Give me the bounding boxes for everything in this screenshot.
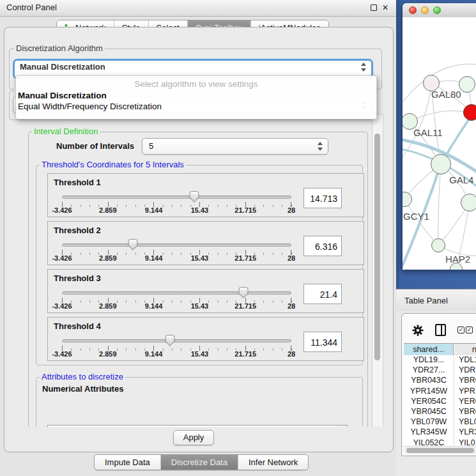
threshold-1-value-field[interactable]: 14.713 [303,188,342,208]
close-traffic-light-icon[interactable] [409,6,417,14]
threshold-4-label: Threshold 4 [54,321,101,331]
tab-impute-data[interactable]: Impute Data [95,455,161,470]
threshold-1-slider-handle[interactable] [190,191,199,203]
threshold-3-value-field[interactable]: 21.4 [303,284,342,304]
cell-shared[interactable]: YBL079W [404,417,454,426]
threshold-3-slider[interactable] [62,289,291,298]
cell-shared[interactable]: YBR045C [404,407,454,416]
cell-name[interactable]: YER0 [454,397,476,406]
network-edges [403,17,476,270]
combo-stepper-icon [317,141,323,151]
tab-infer-label: Infer Network [249,457,298,467]
tick-label: -3.426 [52,206,72,214]
tick-label: 15.43 [191,254,209,262]
column-layout-icon[interactable] [435,324,446,336]
network-window-titlebar[interactable] [403,3,476,18]
table-horizontal-scrollbar[interactable] [404,446,476,454]
table-row[interactable]: YBR043CYBR0 [404,376,476,386]
tick-label: 28 [288,302,295,310]
tick-label: 2.859 [99,206,117,214]
table-row[interactable]: YBR045CYBR0 [404,407,476,417]
node-gal4[interactable] [431,154,451,174]
checkbox-icon[interactable]: ✓ [466,326,473,334]
node-partial-ga[interactable] [459,76,475,93]
node-red-selected[interactable] [463,104,476,121]
threshold-1-slider[interactable] [62,193,291,202]
slider-scale-labels: -3.426 2.859 9.144 15.43 21.715 28 [62,350,291,358]
node-h-partial[interactable] [461,194,476,211]
slider-track[interactable] [62,196,291,199]
threshold-2-slider-handle[interactable] [128,239,138,250]
zoom-traffic-light-icon[interactable] [433,6,441,14]
node-label-gal11: GAL11 [413,127,443,138]
column-divider [454,355,454,446]
tab-infer-network[interactable]: Infer Network [238,455,308,470]
cell-name[interactable]: YPR1 [454,387,476,395]
threshold-4-slider-handle[interactable] [165,335,174,346]
threshold-3-slider-handle[interactable] [238,287,248,298]
slider-track[interactable] [62,291,291,295]
threshold-4-slider[interactable] [62,337,291,346]
cell-shared[interactable]: YIL052C [404,438,454,447]
table-row[interactable]: YIL052CYIL0 [404,438,476,447]
minimize-traffic-light-icon[interactable] [421,6,429,14]
table-row[interactable]: YDR27...YDR2 [404,365,476,376]
numerical-attributes-heading: Numerical Attributes [42,384,123,394]
threshold-2-slider[interactable] [62,241,291,250]
apply-button[interactable]: Apply [173,430,214,445]
slider-track[interactable] [62,339,291,342]
network-canvas[interactable]: GAL80 GA C GAL11 GAL4 GCY1 H HAP2 [403,17,476,270]
cell-shared[interactable]: YLR345W [404,427,454,436]
close-icon[interactable]: ✕ [382,4,389,12]
cell-shared[interactable]: YDR27... [404,365,454,374]
table-panel-title: Table Panel [404,296,448,305]
cell-name[interactable]: YDL1 [454,355,476,364]
slider-track[interactable] [62,243,291,247]
cell-name[interactable]: YBR0 [454,376,476,385]
checkbox-icon[interactable]: ✓ [457,326,464,334]
list-item-selfloops[interactable]: SelfLoops [48,426,347,427]
tick-label: -3.426 [52,350,72,358]
table-row[interactable]: YDL19...YDL1 [404,355,476,365]
tab-impute-label: Impute Data [105,457,150,467]
table-row[interactable]: YPR145WYPR1 [404,387,476,397]
numerical-attributes-list[interactable]: SelfLoops TopologicalCoefficient Between… [47,425,348,427]
table-row[interactable]: YLR345WYLR3 [404,427,476,438]
tick-label: 2.859 [99,302,117,310]
table-row[interactable]: YBL079WYBL0 [404,417,476,427]
dropdown-item-manual-discretization[interactable]: Manual Discretization [18,91,374,100]
table-row[interactable]: YER054CYER0 [404,397,476,407]
cell-shared[interactable]: YPR145W [404,387,454,395]
node-label-gcy1: GCY1 [403,211,429,222]
threshold-4-value-field[interactable]: 11.344 [303,332,342,352]
control-panel: Control Panel ✕ Network Style Select Cyn… [0,0,396,476]
tick-label: 9.144 [145,302,163,310]
screenshot-root: { "window": { "title": "Control Panel" }… [0,0,476,476]
cyni-content: Discretization Algorithm Manual Discreti… [6,31,383,427]
dropdown-placeholder-item[interactable]: Select algorithm to view settings [18,79,374,89]
num-intervals-combobox[interactable]: 5 [142,138,328,155]
cell-shared[interactable]: YBR043C [404,376,454,385]
threshold-1-label: Threshold 1 [54,178,101,187]
gear-icon[interactable] [412,325,424,336]
node-hap2[interactable] [431,238,445,252]
thresholds-group-title: Threshold's Coordinates for 5 Intervals [40,160,186,169]
tab-discretize-data[interactable]: Discretize Data [161,455,238,470]
cell-name[interactable]: YLR3 [454,427,476,436]
threshold-2-value-field[interactable]: 6.316 [303,236,342,256]
dropdown-item-equal-width[interactable]: Equal Width/Frequency Discretization [18,102,374,111]
cell-name[interactable]: YDR2 [454,365,476,374]
attributes-list-scrollbar[interactable] [337,426,346,427]
cell-name[interactable]: YBR0 [454,407,476,416]
num-intervals-label: Number of Intervals [56,141,134,151]
float-window-icon[interactable] [371,4,377,11]
column-header-name[interactable]: na [454,344,476,356]
node-label-gal4: GAL4 [449,174,473,185]
cell-shared[interactable]: YDL19... [404,355,454,364]
cell-name[interactable]: YIL0 [454,438,475,447]
column-header-shared[interactable]: shared... [404,344,454,356]
content-scrollbar[interactable] [372,114,383,427]
cell-shared[interactable]: YER054C [404,397,454,406]
cell-name[interactable]: YBL0 [454,417,476,426]
tick-label: 21.715 [234,302,256,310]
